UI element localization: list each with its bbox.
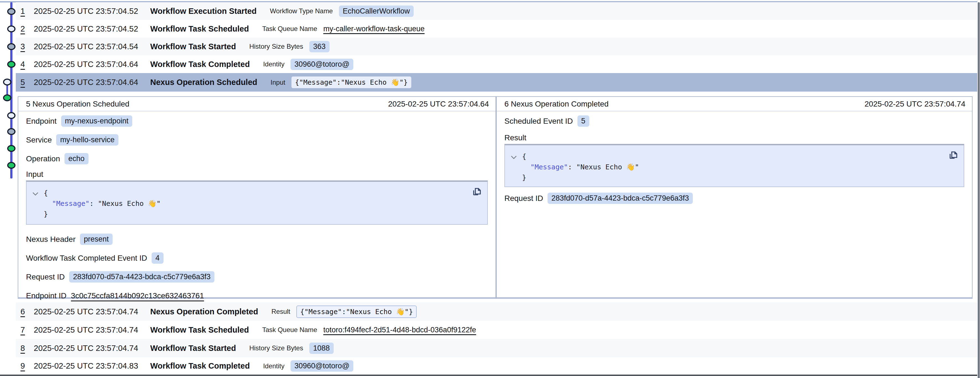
event-id-link[interactable]: 1 [21,6,34,16]
field-endpoint-id: Endpoint ID 3c0c75ccfa8144b092c13ce63246… [26,291,488,300]
panel-timestamp: 2025-02-25 UTC 23:57:04.74 [865,100,965,108]
field-value-badge: echo [64,153,89,164]
timeline-event-dot-10[interactable] [7,162,16,169]
timeline-event-dot-7[interactable] [7,112,16,119]
event-detail-label: Identity [263,60,285,68]
field-nexus-header: Nexus Header present [26,234,488,245]
event-detail-value: my-caller-workflow-task-queue [323,25,425,33]
field-value-badge: 4 [152,252,164,264]
event-detail-badge: 30960@totoro@ [291,59,353,70]
event-timestamp: 2025-02-25 UTC 23:57:04.52 [34,24,150,33]
timeline-event-dot-9[interactable] [7,145,16,152]
history-event-row-9[interactable]: 92025-02-25 UTC 23:57:04.83Workflow Task… [16,357,977,375]
event-timestamp: 2025-02-25 UTC 23:57:04.74 [34,344,150,353]
event-detail-label: Workflow Type Name [270,7,333,15]
event-detail-value: 30960@totoro@ [291,59,353,70]
field-value-badge: 283fd070-d57a-4423-bdca-c5c779e6a3f3 [547,193,693,204]
event-detail-label: Result [271,308,290,316]
panel-timestamp: 2025-02-25 UTC 23:57:04.64 [388,100,489,108]
event-name: Workflow Task Scheduled [150,325,249,335]
field-wft-completed-event-id: Workflow Task Completed Event ID 4 [26,252,488,264]
history-event-row-2[interactable]: 22025-02-25 UTC 23:57:04.52Workflow Task… [16,20,977,38]
field-label: Operation [26,155,60,163]
field-endpoint: Endpoint my-nexus-endpoint [26,115,488,127]
event-id-link[interactable]: 9 [21,361,34,370]
scrollbar-thumb[interactable] [978,2,980,378]
field-label: Endpoint [26,117,57,126]
event-name: Workflow Task Completed [150,361,250,370]
copy-icon[interactable] [947,150,958,161]
event-detail-panel-completed: 6 Nexus Operation Completed 2025-02-25 U… [496,96,972,299]
event-timestamp: 2025-02-25 UTC 23:57:04.83 [34,361,150,370]
timeline-event-dot-3[interactable] [7,43,16,50]
history-event-row-4[interactable]: 42025-02-25 UTC 23:57:04.64Workflow Task… [16,55,977,73]
event-timestamp: 2025-02-25 UTC 23:57:04.54 [34,42,150,51]
field-label: Endpoint ID [26,291,67,300]
collapse-chevron-icon[interactable] [511,155,517,159]
history-event-row-7[interactable]: 72025-02-25 UTC 23:57:04.74Workflow Task… [16,321,977,339]
field-label: Workflow Task Completed Event ID [26,254,147,263]
event-detail-label: Task Queue Name [262,25,317,33]
event-timestamp: 2025-02-25 UTC 23:57:04.64 [34,78,150,87]
timeline-event-dot-6[interactable] [3,94,11,101]
event-timestamp: 2025-02-25 UTC 23:57:04.74 [34,325,150,335]
event-id-link[interactable]: 2 [21,24,34,33]
field-value-badge: my-nexus-endpoint [61,115,132,127]
event-detail-label: History Size Bytes [249,43,303,50]
input-json-viewer: { "Message": "Nexus Echo 👋" } [26,180,488,225]
event-name: Workflow Task Completed [150,60,250,69]
event-id-link[interactable]: 5 [21,78,34,87]
event-timestamp: 2025-02-25 UTC 23:57:04.74 [34,307,150,316]
field-request-id: Request ID 283fd070-d57a-4423-bdca-c5c77… [26,271,488,282]
field-operation: Operation echo [26,153,488,164]
timeline-event-dot-5[interactable] [3,78,11,86]
event-id-link[interactable]: 8 [21,344,34,353]
timeline-event-dot-8[interactable] [7,128,16,135]
copy-icon[interactable] [470,186,482,198]
history-event-row-8[interactable]: 82025-02-25 UTC 23:57:04.74Workflow Task… [16,339,977,357]
field-value-badge: 5 [578,115,589,127]
event-detail-badge: EchoCallerWorkflow [339,6,414,17]
event-detail-badge: 30960@totoro@ [291,360,353,372]
json-content: { "Message": "Nexus Echo 👋" } [522,152,639,183]
history-event-row-1[interactable]: 12025-02-25 UTC 23:57:04.52Workflow Exec… [16,2,977,20]
collapse-chevron-icon[interactable] [32,192,39,196]
json-content: { "Message": "Nexus Echo 👋" } [44,188,161,219]
event-detail-panel-scheduled: 5 Nexus Operation Scheduled 2025-02-25 U… [18,96,496,299]
task-queue-link[interactable]: my-caller-workflow-task-queue [323,25,425,33]
field-scheduled-event-id: Scheduled Event ID 5 [504,115,964,127]
workflow-history-view: 12025-02-25 UTC 23:57:04.52Workflow Exec… [0,0,980,378]
event-name: Workflow Execution Started [150,6,257,16]
event-detail-label: Identity [263,362,285,370]
history-event-row-6[interactable]: 62025-02-25 UTC 23:57:04.74Nexus Operati… [16,303,977,321]
timeline-event-dot-2[interactable] [7,26,16,32]
field-value-badge: present [80,234,113,245]
timeline-event-dot-4[interactable] [7,61,16,68]
task-queue-link[interactable]: totoro:f494fecf-2d51-4d48-bdcd-036a0f912… [323,326,476,334]
event-detail-label: Input [270,78,285,86]
event-detail-value: 1088 [309,343,334,354]
event-detail-value: {"Message":"Nexus Echo 👋"} [291,77,411,88]
event-detail-value: EchoCallerWorkflow [339,6,414,17]
event-name: Workflow Task Started [150,42,236,51]
result-section-label: Result [504,133,964,142]
event-id-link[interactable]: 3 [21,42,34,51]
event-id-link[interactable]: 7 [21,325,34,335]
result-json-viewer: { "Message": "Nexus Echo 👋" } [504,144,964,187]
timeline-event-dot-1[interactable] [7,8,16,15]
event-id-link[interactable]: 4 [21,60,34,69]
history-event-row-3[interactable]: 32025-02-25 UTC 23:57:04.54Workflow Task… [16,38,977,55]
event-detail-value: totoro:f494fecf-2d51-4d48-bdcd-036a0f912… [323,326,476,334]
event-id-link[interactable]: 6 [21,307,34,316]
history-event-row-5[interactable]: 52025-02-25 UTC 23:57:04.64Nexus Operati… [16,73,977,92]
event-detail-value: {"Message":"Nexus Echo 👋"} [296,306,417,318]
panel-header: 5 Nexus Operation Scheduled 2025-02-25 U… [18,97,496,111]
event-payload-badge: {"Message":"Nexus Echo 👋"} [296,306,417,318]
field-label: Scheduled Event ID [504,117,573,126]
event-detail-label: Task Queue Name [262,326,317,334]
endpoint-id-link[interactable]: 3c0c75ccfa8144b092c13ce632463761 [71,291,204,300]
field-request-id: Request ID 283fd070-d57a-4423-bdca-c5c77… [504,193,964,204]
panel-title: 5 Nexus Operation Scheduled [26,100,129,108]
field-label: Nexus Header [26,235,76,244]
event-detail-value: 30960@totoro@ [291,360,353,372]
